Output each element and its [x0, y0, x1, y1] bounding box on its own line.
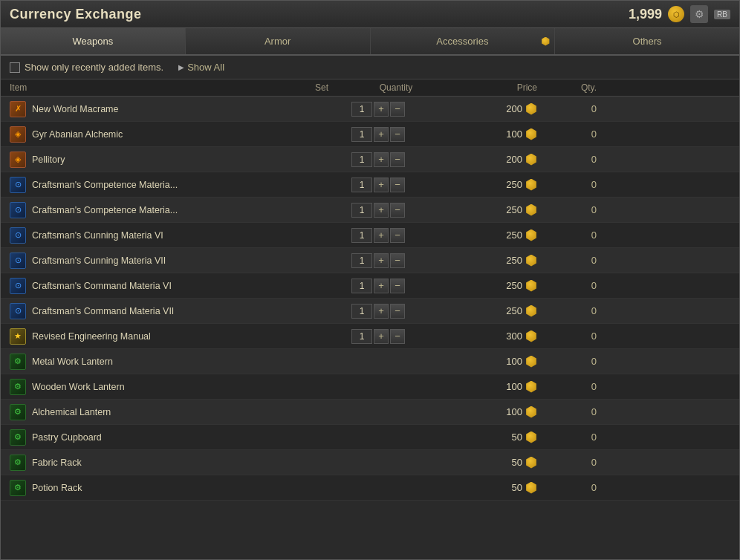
- item-cell: ◈Gyr Abanian Alchemic: [10, 126, 292, 143]
- col-set: Set: [292, 82, 351, 93]
- qty-decrement-button[interactable]: −: [390, 304, 405, 319]
- qty-decrement-button[interactable]: −: [390, 127, 405, 142]
- qty-input[interactable]: 1: [351, 329, 372, 344]
- price-value: 200: [506, 103, 522, 114]
- owned-qty-cell: 0: [537, 457, 597, 468]
- item-icon: ◈: [10, 126, 26, 143]
- item-name: Craftsman's Command Materia VII: [32, 306, 174, 316]
- qty-input[interactable]: 1: [351, 279, 372, 293]
- qty-controls: 1+−: [351, 152, 441, 167]
- qty-decrement-button[interactable]: −: [390, 203, 405, 218]
- quantity-cell: 1+−: [351, 253, 441, 268]
- table-row: ◈Pellitory1+−2000: [1, 147, 739, 172]
- qty-increment-button[interactable]: +: [374, 178, 389, 192]
- qty-controls: 1+−: [351, 304, 441, 319]
- table-row: ⚙Potion Rack500: [1, 475, 739, 501]
- item-name: Revised Engineering Manual: [32, 331, 151, 342]
- qty-input[interactable]: 1: [351, 203, 372, 218]
- price-value: 250: [506, 179, 522, 190]
- price-cell: 250: [441, 204, 537, 216]
- item-cell: ◈Pellitory: [10, 152, 292, 168]
- qty-decrement-button[interactable]: −: [390, 178, 405, 192]
- col-qty: Qty.: [537, 82, 597, 93]
- qty-increment-button[interactable]: +: [374, 329, 389, 344]
- item-cell: ⊙Craftsman's Competence Materia...: [10, 177, 292, 193]
- table-row: ⊙Craftsman's Command Materia VII1+−2500: [1, 299, 739, 324]
- price-value: 250: [506, 255, 522, 266]
- qty-increment-button[interactable]: +: [374, 152, 389, 167]
- item-cell: ⚙Potion Rack: [10, 480, 292, 496]
- qty-increment-button[interactable]: +: [374, 127, 389, 142]
- col-price: Price: [441, 82, 537, 93]
- title-right-area: 1,999 ⬡ ⚙ RB: [629, 5, 730, 23]
- item-cell: ⊙Craftsman's Command Materia VI: [10, 278, 292, 294]
- recently-added-checkbox[interactable]: [10, 62, 20, 73]
- owned-qty-cell: 0: [537, 356, 597, 367]
- recently-added-filter[interactable]: Show only recently added items.: [10, 62, 163, 73]
- qty-increment-button[interactable]: +: [374, 279, 389, 293]
- tab-weapons[interactable]: Weapons: [1, 28, 186, 54]
- qty-decrement-button[interactable]: −: [390, 152, 405, 167]
- item-icon: ⊙: [10, 278, 26, 294]
- item-icon: ⊙: [10, 253, 26, 269]
- item-cell: ⚙Metal Work Lantern: [10, 354, 292, 370]
- price-cell: 200: [441, 103, 537, 115]
- qty-input[interactable]: 1: [351, 152, 372, 167]
- item-name: Gyr Abanian Alchemic: [32, 129, 123, 140]
- price-coin-icon: [525, 128, 537, 140]
- window-title: Currency Exchange: [10, 7, 142, 22]
- price-coin-icon: [525, 381, 537, 393]
- item-icon: ★: [10, 328, 26, 345]
- qty-increment-button[interactable]: +: [374, 253, 389, 268]
- item-name: Wooden Work Lantern: [32, 382, 125, 392]
- tab-others[interactable]: Others: [555, 28, 739, 54]
- price-value: 100: [506, 381, 522, 392]
- qty-controls: 1+−: [351, 228, 441, 243]
- price-cell: 100: [441, 356, 537, 368]
- qty-decrement-button[interactable]: −: [390, 228, 405, 243]
- qty-input[interactable]: 1: [351, 178, 372, 192]
- qty-input[interactable]: 1: [351, 228, 372, 243]
- qty-increment-button[interactable]: +: [374, 228, 389, 243]
- item-icon: ⊙: [10, 202, 26, 218]
- item-icon: ⚙: [10, 354, 26, 370]
- qty-decrement-button[interactable]: −: [390, 279, 405, 293]
- show-all-button[interactable]: ▶ Show All: [178, 62, 224, 73]
- qty-input[interactable]: 1: [351, 253, 372, 268]
- item-cell: ⊙Craftsman's Command Materia VII: [10, 303, 292, 319]
- price-value: 300: [506, 331, 522, 342]
- table-row: ⚙Pastry Cupboard500: [1, 425, 739, 450]
- table-row: ⊙Craftsman's Cunning Materia VI1+−2500: [1, 223, 739, 248]
- qty-input[interactable]: 1: [351, 102, 372, 117]
- tab-accessories[interactable]: Accessories: [371, 28, 556, 54]
- qty-decrement-button[interactable]: −: [390, 329, 405, 344]
- price-coin-icon: [525, 229, 537, 241]
- item-icon: ✗: [10, 101, 26, 117]
- owned-qty-cell: 0: [537, 331, 597, 342]
- item-name: Craftsman's Cunning Materia VII: [32, 255, 166, 266]
- price-value: 250: [506, 204, 522, 215]
- owned-qty-cell: 0: [537, 482, 597, 493]
- price-coin-icon: [525, 432, 537, 443]
- qty-input[interactable]: 1: [351, 127, 372, 142]
- qty-decrement-button[interactable]: −: [390, 253, 405, 268]
- qty-input[interactable]: 1: [351, 304, 372, 319]
- item-cell: ⊙Craftsman's Cunning Materia VI: [10, 227, 292, 244]
- price-value: 100: [506, 406, 522, 417]
- qty-increment-button[interactable]: +: [374, 102, 389, 117]
- price-value: 250: [506, 280, 522, 291]
- tab-armor[interactable]: Armor: [186, 28, 371, 54]
- qty-decrement-button[interactable]: −: [390, 102, 405, 117]
- qty-controls: 1+−: [351, 102, 441, 117]
- owned-qty-cell: 0: [537, 229, 597, 241]
- price-coin-icon: [525, 204, 537, 216]
- price-cell: 250: [441, 305, 537, 317]
- price-cell: 100: [441, 381, 537, 393]
- table-row: ⊙Craftsman's Competence Materia...1+−250…: [1, 198, 739, 223]
- table-header: Item Set Quantity Price Qty.: [1, 79, 739, 97]
- item-icon: ⚙: [10, 480, 26, 496]
- item-cell: ⊙Craftsman's Competence Materia...: [10, 202, 292, 218]
- settings-button[interactable]: ⚙: [690, 5, 708, 23]
- qty-increment-button[interactable]: +: [374, 203, 389, 218]
- qty-increment-button[interactable]: +: [374, 304, 389, 319]
